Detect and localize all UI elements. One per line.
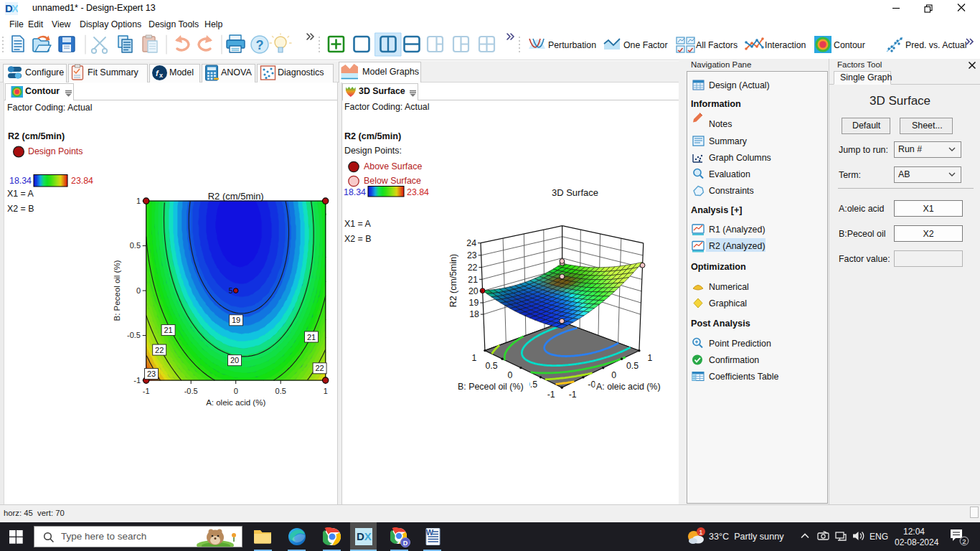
svg-text:21: 21 [468,275,478,285]
svg-text:0: 0 [507,370,512,380]
svg-text:21: 21 [164,326,172,334]
svg-text:0: 0 [611,370,616,380]
svg-text:18: 18 [469,309,479,319]
svg-text:-0.5: -0.5 [127,331,141,339]
svg-text:All Factors: All Factors [696,40,738,50]
svg-text:Contour: Contour [834,40,865,50]
svg-text:A: oleic acid (%): A: oleic acid (%) [206,398,265,407]
svg-text:-1: -1 [569,390,577,400]
svg-text:Pred. vs. Actual: Pred. vs. Actual [905,40,966,50]
svg-text:0: 0 [136,286,141,295]
svg-text:0.5: 0.5 [626,361,639,371]
svg-text:-1: -1 [133,376,141,385]
svg-text:0: 0 [234,387,238,395]
svg-text:D: D [403,540,408,547]
svg-text:19: 19 [469,298,479,308]
svg-text:0.5: 0.5 [130,241,141,250]
svg-text:A: oleic acid (%): A: oleic acid (%) [596,382,661,392]
svg-text:2: 2 [962,537,966,545]
svg-text:1: 1 [471,353,476,363]
svg-text:22: 22 [468,263,478,273]
svg-text:1: 1 [647,353,652,363]
svg-text:R2 (cm/5min): R2 (cm/5min) [448,254,458,307]
svg-text:22: 22 [315,364,324,372]
svg-text:21: 21 [307,333,316,342]
svg-text:Interaction: Interaction [765,40,806,50]
svg-text:0.5: 0.5 [275,387,286,395]
svg-text:-0.5: -0.5 [184,387,198,395]
svg-text:19: 19 [232,316,240,324]
svg-text:20: 20 [230,356,239,364]
svg-text:B: Peceol oil (%): B: Peceol oil (%) [458,382,524,392]
svg-text:X: X [11,2,18,14]
svg-text:3D Surface: 3D Surface [552,187,598,198]
svg-text:22: 22 [155,346,164,354]
svg-text:Perturbation: Perturbation [548,40,596,50]
svg-text:23: 23 [467,250,477,260]
svg-text:x: x [159,72,163,79]
svg-text:1: 1 [699,528,702,536]
svg-text:-1: -1 [143,387,150,395]
svg-text:One Factor: One Factor [623,40,668,50]
svg-text:5: 5 [229,286,233,295]
svg-text:1: 1 [136,197,141,205]
svg-text:B: Peceol oil (%): B: Peceol oil (%) [113,260,121,321]
svg-text:0.5: 0.5 [486,361,498,371]
svg-text:23: 23 [147,369,156,378]
svg-text:24: 24 [466,238,476,248]
svg-text:20: 20 [468,286,479,296]
svg-text:-1: -1 [547,390,555,400]
svg-text:1: 1 [324,387,328,395]
svg-text:W: W [426,528,434,537]
svg-text:R2 (cm/5min): R2 (cm/5min) [208,191,264,202]
svg-text:?: ? [256,38,264,52]
